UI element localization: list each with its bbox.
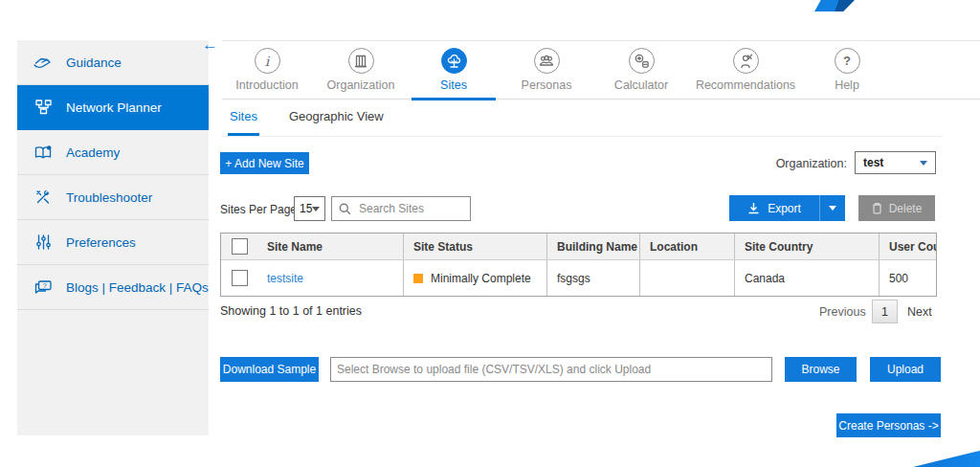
status-text: Minimally Complete — [431, 272, 531, 285]
export-label: Export — [768, 202, 801, 215]
sidebar-item-label: Blogs | Feedback | FAQs — [66, 280, 209, 295]
sidebar-item-blogs-feedback-faqs[interactable]: ? Blogs | Feedback | FAQs — [17, 265, 209, 310]
wizard-tabstrip: i Introduction Organization Sites — [222, 40, 980, 100]
bottom-right-decoration — [913, 449, 980, 467]
tab-label: Organization — [327, 78, 395, 92]
tab-help[interactable]: ? Help — [804, 41, 890, 99]
browse-button[interactable]: Browse — [785, 357, 857, 382]
building-name-cell: fsgsgs — [546, 260, 639, 296]
upload-file-box — [330, 357, 772, 382]
delete-button[interactable]: Delete — [858, 195, 935, 221]
sidebar-item-academy[interactable]: Academy — [17, 130, 209, 175]
site-country-cell: Canada — [734, 260, 879, 296]
entries-summary: Showing 1 to 1 of 1 entries — [220, 304, 362, 318]
table-header-row: Site Name Site Status Building Name Loca… — [221, 234, 936, 260]
recommendations-icon — [733, 48, 759, 74]
organization-icon — [348, 48, 374, 74]
column-header-site-name: Site Name — [257, 234, 403, 259]
site-name-cell: testsite — [257, 260, 403, 296]
location-cell — [639, 260, 734, 296]
help-icon: ? — [835, 48, 860, 74]
chevron-down-icon — [920, 161, 927, 166]
subtab-label: Geographic View — [289, 109, 384, 123]
tab-personas[interactable]: Personas — [498, 41, 595, 99]
tab-label: Calculator — [614, 78, 668, 92]
calculator-icon — [629, 48, 655, 74]
tab-label: Sites — [440, 78, 467, 92]
site-name-link[interactable]: testsite — [267, 272, 303, 285]
network-planner-icon — [33, 100, 54, 115]
add-new-site-button[interactable]: + Add New Site — [220, 152, 309, 174]
column-header-location: Location — [639, 234, 734, 259]
export-button[interactable]: Export — [729, 195, 819, 221]
select-all-checkbox[interactable] — [232, 238, 248, 255]
search-sites-box — [331, 196, 471, 221]
sidebar-item-label: Preferences — [66, 235, 136, 250]
table-row: testsite Minimally Complete fsgsgs Canad… — [221, 260, 936, 296]
sidebar-item-label: Network Planner — [66, 100, 162, 115]
column-header-site-status: Site Status — [403, 234, 546, 259]
tab-label: Help — [835, 78, 859, 92]
tab-sites[interactable]: Sites — [410, 41, 498, 99]
personas-icon — [534, 48, 560, 74]
top-right-decoration — [814, 0, 855, 11]
blogs-icon: ? — [33, 280, 54, 295]
collapse-sidebar-arrow[interactable]: ← — [202, 36, 218, 53]
column-header-user-count: User Count — [879, 234, 936, 259]
search-sites-input[interactable] — [357, 201, 463, 216]
trash-icon — [872, 202, 882, 214]
tab-label: Personas — [522, 78, 572, 92]
tab-introduction[interactable]: i Introduction — [222, 41, 312, 99]
network-planner-page: Guidance Network Planner Ac — [0, 0, 980, 467]
download-sample-button[interactable]: Download Sample — [220, 357, 319, 382]
column-header-site-country: Site Country — [734, 234, 879, 259]
sidebar-item-guidance[interactable]: Guidance — [17, 40, 209, 85]
tab-organization[interactable]: Organization — [312, 41, 410, 99]
tab-calculator[interactable]: Calculator — [595, 41, 687, 99]
sites-icon — [441, 48, 467, 74]
tab-label: Recommendations — [696, 78, 795, 92]
sites-per-page-label: Sites Per Page — [220, 203, 297, 216]
guidance-icon — [33, 56, 54, 70]
site-status-cell: Minimally Complete — [403, 260, 546, 296]
page-number-button[interactable]: 1 — [872, 300, 898, 323]
troubleshooter-icon — [33, 189, 54, 205]
sidebar-item-network-planner[interactable]: Network Planner — [17, 85, 209, 130]
chevron-down-icon — [829, 206, 836, 211]
export-split-button: Export — [729, 195, 845, 221]
sidebar-item-label: Troubleshooter — [66, 190, 152, 205]
row-select-cell — [221, 260, 257, 296]
sites-per-page-value: 15 — [300, 202, 312, 215]
organization-dropdown[interactable]: test — [855, 151, 936, 174]
organization-value: test — [863, 156, 883, 169]
delete-label: Delete — [889, 202, 923, 215]
next-page-button[interactable]: Next — [907, 305, 932, 319]
create-personas-button[interactable]: Create Personas -> — [836, 413, 941, 437]
upload-button[interactable]: Upload — [870, 357, 941, 382]
export-options-button[interactable] — [819, 195, 845, 221]
organization-label: Organization: — [746, 157, 847, 170]
preferences-icon — [33, 234, 54, 250]
sites-per-page-dropdown[interactable]: 15 — [294, 196, 325, 221]
sidebar-item-preferences[interactable]: Preferences — [17, 220, 209, 265]
sidebar-item-label: Academy — [66, 145, 120, 160]
chevron-down-icon — [312, 207, 320, 211]
info-icon: i — [255, 48, 280, 74]
subtab-label: Sites — [230, 109, 257, 123]
sidebar-item-troubleshooter[interactable]: Troubleshooter — [17, 175, 209, 220]
sidebar: Guidance Network Planner Ac — [17, 40, 209, 435]
subtab-geographic-view[interactable]: Geographic View — [287, 99, 386, 136]
status-square-icon — [413, 274, 423, 283]
subtab-sites[interactable]: Sites — [228, 99, 259, 136]
row-checkbox[interactable] — [232, 270, 248, 286]
user-count-cell: 500 — [879, 260, 936, 296]
previous-page-button[interactable]: Previous — [819, 305, 866, 319]
tab-recommendations[interactable]: Recommendations — [687, 41, 804, 99]
column-header-building-name: Building Name — [546, 234, 639, 259]
svg-text:?: ? — [43, 281, 47, 288]
upload-file-input[interactable] — [331, 363, 771, 376]
select-all-cell — [221, 234, 257, 259]
sites-subtabs: Sites Geographic View — [222, 99, 943, 137]
sidebar-item-label: Guidance — [66, 56, 122, 70]
sites-table: Site Name Site Status Building Name Loca… — [220, 233, 937, 297]
